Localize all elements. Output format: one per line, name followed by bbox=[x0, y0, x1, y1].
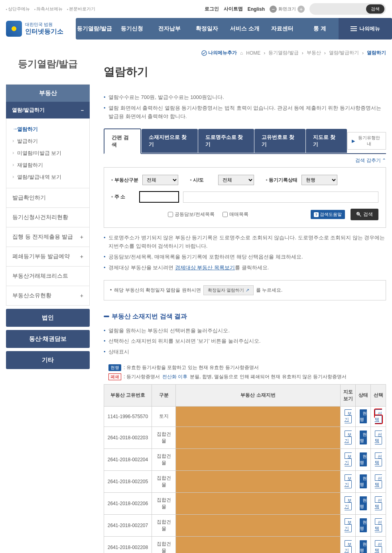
sidebar-item-reopen[interactable]: 재열람하기 bbox=[12, 159, 83, 171]
search-form: 부동산구분 전체 시/도 전체 등기기록상태 현행 주 소 공동담보/전세목록 … bbox=[104, 167, 386, 228]
nav-item[interactable]: 확정일자 bbox=[188, 18, 226, 40]
main-content: 나의메뉴추가 ⌂ HOME › 등기열람/발급 › 부동산 › 열람/발급하기 … bbox=[104, 47, 386, 553]
select-button[interactable]: 선택 bbox=[375, 431, 382, 444]
hamburger-icon bbox=[351, 28, 357, 29]
address-rest[interactable] bbox=[183, 192, 378, 203]
masked-address bbox=[176, 514, 341, 536]
tab-simple[interactable]: 간편 검색 bbox=[104, 128, 141, 154]
sidebar-item-issue[interactable]: 발급하기 bbox=[12, 135, 83, 147]
status-badge: 현행 bbox=[360, 518, 367, 532]
select-button[interactable]: 선택 bbox=[375, 540, 382, 553]
select-button[interactable]: 선택 bbox=[375, 518, 382, 532]
nav-item[interactable]: 등기신청 bbox=[113, 18, 151, 40]
search-help[interactable]: 검색도움말 bbox=[311, 210, 345, 219]
table-row: 2641-2018-002206집합건물보기현행선택 bbox=[104, 492, 386, 514]
nav-item[interactable]: 통 계 bbox=[301, 18, 339, 40]
tab-road[interactable]: 도로명주소로 찾기 bbox=[198, 129, 254, 153]
sitemap-link[interactable]: 사이트맵 bbox=[224, 6, 243, 12]
masked-address bbox=[176, 470, 341, 492]
map-view-button[interactable]: 보기 bbox=[345, 409, 352, 423]
sidebar-case-status[interactable]: 등기신청사건처리현황 bbox=[6, 208, 90, 227]
status-badge: 현행 bbox=[360, 496, 367, 510]
masked-address bbox=[176, 406, 341, 427]
sidebar-btn-movable[interactable]: 동산·채권담보 bbox=[6, 330, 90, 348]
page-title: 열람하기 bbox=[104, 64, 386, 79]
select-button[interactable]: 선택 bbox=[375, 452, 382, 466]
select-button[interactable]: 선택 bbox=[375, 474, 382, 488]
skip-side-nav[interactable]: 좌측서브메뉴 bbox=[34, 6, 63, 11]
sido-select[interactable]: 전체 bbox=[218, 175, 254, 185]
tab-map[interactable]: 지도로 찾기 bbox=[306, 129, 347, 153]
target-list-link[interactable]: 경제대상 부동산 목록보기 bbox=[175, 265, 235, 271]
masked-address bbox=[176, 448, 341, 470]
search-hints: 도로명주소가 병기되지 않은 부동산 등기기록은 도로명주소로 조회되지 않습니… bbox=[104, 234, 386, 272]
zoom-control: − 화면크기 + bbox=[270, 6, 305, 13]
sidebar-ownership[interactable]: 부동산소유현황+ bbox=[6, 286, 90, 306]
nav-item[interactable]: 자료센터 bbox=[264, 18, 301, 40]
type-guide-button[interactable]: ▶등기유형안내 bbox=[347, 132, 386, 150]
tab-unique[interactable]: 고유번호로 찾기 bbox=[254, 129, 305, 153]
minus-icon: − bbox=[81, 107, 84, 113]
sidebar-esubmit[interactable]: 집행 등 전자제출용 발급+ bbox=[6, 227, 90, 247]
zoom-out-icon[interactable]: − bbox=[270, 6, 277, 13]
english-link[interactable]: English bbox=[248, 6, 265, 12]
sidebar-category[interactable]: 부동산 bbox=[6, 85, 90, 102]
nav-item[interactable]: 전자납부 bbox=[151, 18, 188, 40]
add-my-menu[interactable]: 나의메뉴추가 bbox=[201, 49, 237, 56]
masked-address bbox=[176, 492, 341, 514]
map-view-button[interactable]: 보기 bbox=[345, 518, 352, 532]
table-row: 2641-2018-002205집합건물보기현행선택 bbox=[104, 470, 386, 492]
login-link[interactable]: 로그인 bbox=[205, 6, 219, 12]
status-badge: 현행 bbox=[360, 474, 367, 488]
map-view-button[interactable]: 보기 bbox=[345, 431, 352, 444]
select-button[interactable]: 선택 bbox=[375, 409, 382, 423]
sidebar-closed-reserve[interactable]: 폐쇄등기부등 발급예약+ bbox=[6, 247, 90, 267]
sidebar: 등기열람/발급 부동산 열람/발급하기 − 열람하기 발급하기 미열람/미발급 … bbox=[6, 47, 90, 553]
map-view-button[interactable]: 보기 bbox=[345, 474, 352, 488]
sidebar-subcategory[interactable]: 열람/발급하기 − bbox=[6, 102, 90, 118]
status-select[interactable]: 현행 bbox=[301, 175, 337, 185]
site-logo[interactable]: 대한민국 법원 인터넷등기소 bbox=[0, 21, 76, 37]
select-button[interactable]: 선택 bbox=[375, 496, 382, 510]
fixed-date-view-button[interactable]: 확정일자 열람하기↗ bbox=[203, 285, 254, 295]
nav-item[interactable]: 등기열람/발급 bbox=[76, 18, 113, 40]
map-view-button[interactable]: 보기 bbox=[345, 540, 352, 553]
check-icon bbox=[201, 50, 207, 56]
address-input[interactable] bbox=[139, 191, 179, 203]
chk-joint[interactable]: 공동담보/전세목록 bbox=[168, 211, 214, 218]
sidebar-confirm[interactable]: 발급확인하기 bbox=[6, 188, 90, 208]
skip-content[interactable]: 본문바로가기 bbox=[67, 6, 95, 11]
sidebar-item-history[interactable]: 열람/발급내역 보기 bbox=[12, 171, 83, 183]
logo-icon bbox=[6, 21, 22, 37]
map-view-button[interactable]: 보기 bbox=[345, 452, 352, 466]
global-search: 검색 bbox=[309, 3, 386, 15]
nav-item[interactable]: 서비스 소개 bbox=[226, 18, 264, 40]
zoom-in-icon[interactable]: + bbox=[297, 6, 305, 13]
result-title: 부동산 소재지번 검색 결과 bbox=[104, 312, 386, 321]
global-search-button[interactable]: 검색 bbox=[366, 4, 384, 14]
global-search-input[interactable] bbox=[314, 6, 366, 12]
tab-lot[interactable]: 소재지번으로 찾기 bbox=[142, 129, 198, 153]
sidebar-btn-other[interactable]: 기타 bbox=[6, 351, 90, 369]
sidebar-item-unviewed[interactable]: 미열람/미발급 보기 bbox=[12, 147, 83, 159]
chk-sale[interactable]: 매매목록 bbox=[223, 211, 248, 218]
plus-icon: + bbox=[80, 234, 83, 240]
sidebar-item-view[interactable]: 열람하기 bbox=[12, 123, 83, 135]
result-table: 부동산 고유번호 구분 부동산 소재지번 지도 보기 상태 선택 1141-19… bbox=[104, 384, 386, 553]
property-type-select[interactable]: 전체 bbox=[142, 175, 178, 185]
map-view-button[interactable]: 보기 bbox=[345, 496, 352, 510]
main-nav: 등기열람/발급 등기신청 전자납부 확정일자 서비스 소개 자료센터 통 계 나… bbox=[76, 18, 392, 40]
plus-icon: + bbox=[80, 292, 83, 299]
search-button[interactable]: 검색 bbox=[351, 209, 378, 220]
status-current-desc: 현행: 유효한 등기사항을 포함하고 있는 현재 유효한 등기사항증명서 bbox=[104, 364, 386, 371]
my-menu-button[interactable]: 나의메뉴 bbox=[339, 18, 392, 40]
status-badge: 현행 bbox=[360, 452, 367, 466]
table-row: 2641-2018-002208집합건물보기현행선택 bbox=[104, 536, 386, 553]
sidebar-btn-corp[interactable]: 법인 bbox=[6, 309, 90, 327]
hide-search-toggle[interactable]: 검색 감추기 ⌃ bbox=[355, 158, 386, 163]
home-icon[interactable]: ⌂ bbox=[240, 50, 243, 56]
sidebar-title: 등기열람/발급 bbox=[6, 47, 90, 85]
breadcrumb: 나의메뉴추가 ⌂ HOME › 등기열람/발급 › 부동산 › 열람/발급하기 … bbox=[104, 47, 386, 64]
skip-main-nav[interactable]: 상단주메뉴 bbox=[6, 6, 30, 11]
sidebar-checklist[interactable]: 부동산거래체크리스트 bbox=[6, 267, 90, 286]
